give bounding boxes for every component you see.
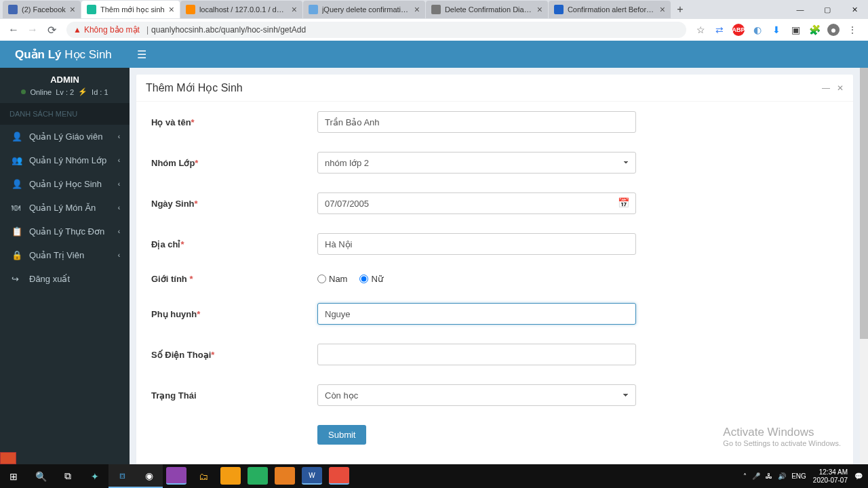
parent-input[interactable]: [317, 303, 636, 325]
tab-close-icon[interactable]: ×: [169, 4, 174, 15]
sidebar-item[interactable]: 👤 Quản Lý Giáo viên ‹: [0, 125, 130, 148]
browser-tab[interactable]: Confirmation alert Before De ×: [549, 1, 671, 18]
corner-app-icon[interactable]: [0, 452, 16, 464]
sidebar-item[interactable]: 🔒 Quản Trị Viên ‹: [0, 243, 130, 267]
menu-item-icon: ↪: [12, 274, 24, 284]
taskbar-phpstorm[interactable]: [166, 467, 186, 485]
app-brand[interactable]: Quản Lý Học Sinh: [0, 47, 130, 62]
window-maximize[interactable]: ▢: [814, 0, 841, 19]
panel-close-icon[interactable]: ✕: [837, 83, 844, 93]
menu-header: DANH SÁCH MENU: [0, 103, 130, 125]
submit-button[interactable]: Submit: [317, 425, 366, 445]
sidebar-toggle[interactable]: ☰: [130, 41, 154, 68]
extension-icons: ☆ ⇄ ABP ◐ ⬇ ▣ 🧩 ● ⋮: [690, 24, 863, 36]
tray-lang[interactable]: ENG: [791, 472, 806, 480]
panel-collapse-icon[interactable]: —: [822, 83, 830, 93]
menu-item-label: Quản Lý Học Sinh: [29, 179, 102, 189]
sidebar-item[interactable]: 👥 Quản Lý Nhóm Lớp ‹: [0, 148, 130, 172]
panel-title: Thêm Mới Học Sinh: [146, 81, 243, 94]
sidebar-item[interactable]: 👤 Quản Lý Học Sinh ‹: [0, 172, 130, 196]
browser-tab[interactable]: (2) Facebook ×: [3, 1, 81, 18]
browser-tab[interactable]: localhost / 127.0.0.1 / db_qu ×: [180, 1, 302, 18]
tray-mic-icon[interactable]: 🎤: [752, 472, 760, 480]
profile-icon[interactable]: ●: [827, 24, 840, 36]
phone-input[interactable]: [317, 344, 636, 365]
name-input[interactable]: [317, 111, 636, 133]
calendar-icon[interactable]: 📅: [618, 197, 629, 208]
taskbar-explorer[interactable]: 🗂: [190, 464, 217, 488]
tab-close-icon[interactable]: ×: [660, 4, 665, 15]
menu-icon[interactable]: ⋮: [846, 24, 859, 36]
new-tab-button[interactable]: +: [671, 1, 689, 18]
browser-tab[interactable]: Thêm mới học sinh ×: [81, 1, 180, 18]
task-view-icon[interactable]: ⧉: [54, 464, 81, 488]
tab-close-icon[interactable]: ×: [292, 4, 297, 15]
taskbar: ⊞ 🔍 ⧉ ✦ ⧈ ◉ 🗂 W ˄ 🎤 🖧 🔊 ENG 12:34 AM 202…: [0, 464, 868, 488]
window-close[interactable]: ✕: [841, 0, 868, 19]
reload-button[interactable]: ⟳: [43, 22, 60, 38]
gender-female-option[interactable]: Nữ: [359, 274, 382, 284]
browser-tab[interactable]: Delete Confirmation Dialog B ×: [426, 1, 548, 18]
browser-tab[interactable]: jQuery delete confirmation b ×: [303, 1, 425, 18]
address-bar: ← → ⟳ ▲ Không bảo mật | quanlyhocsinh.ab…: [0, 19, 868, 41]
user-status: Online Lv : 2 ⚡ Id : 1: [9, 87, 120, 96]
notification-icon[interactable]: 💬: [854, 472, 863, 480]
sidebar-item[interactable]: 📋 Quản Lý Thực Đơn ‹: [0, 220, 130, 243]
addr-label: Địa chỉ: [151, 239, 180, 249]
extensions-icon[interactable]: 🧩: [808, 24, 821, 36]
tray-network-icon[interactable]: 🖧: [766, 472, 772, 480]
star-icon[interactable]: ☆: [694, 24, 707, 36]
tab-title: Confirmation alert Before De: [568, 5, 656, 14]
status-select[interactable]: Còn học: [317, 384, 636, 406]
user-panel: ADMIN Online Lv : 2 ⚡ Id : 1: [0, 68, 130, 103]
menu-item-label: Quản Lý Giáo viên: [29, 131, 102, 142]
gender-female-radio[interactable]: [359, 274, 368, 283]
status-label: Trạng Thái: [151, 390, 197, 401]
address-field[interactable]: ▲ Không bảo mật | quanlyhocsinh.abc/quan…: [66, 22, 686, 38]
search-icon[interactable]: 🔍: [27, 464, 54, 488]
back-button[interactable]: ←: [5, 22, 22, 38]
tab-favicon: [309, 5, 318, 14]
group-select[interactable]: nhóm lớp 2: [317, 152, 636, 174]
taskbar-vscode[interactable]: ⧈: [108, 464, 136, 488]
forward-button[interactable]: →: [24, 22, 41, 38]
phone-label: Số Điện Thoại: [151, 350, 211, 360]
window-minimize[interactable]: —: [787, 0, 814, 19]
tab-favicon: [186, 5, 195, 14]
address-input[interactable]: [317, 233, 636, 255]
menu-item-label: Đăng xuất: [29, 274, 70, 284]
start-button[interactable]: ⊞: [0, 464, 27, 488]
tab-favicon: [8, 5, 18, 14]
taskbar-xampp[interactable]: [275, 467, 295, 485]
adblock-icon[interactable]: ABP: [732, 24, 745, 36]
menu-item-label: Quản Lý Món Ăn: [29, 203, 96, 213]
tab-close-icon[interactable]: ×: [537, 4, 542, 15]
ext-icon-1[interactable]: ◐: [751, 24, 764, 36]
user-name: ADMIN: [9, 75, 120, 85]
sidebar-item[interactable]: 🍽 Quản Lý Món Ăn ‹: [0, 196, 130, 220]
taskbar-recorder[interactable]: [329, 467, 349, 485]
gender-label: Giới tính: [151, 274, 189, 284]
taskbar-app-2[interactable]: [220, 467, 241, 485]
tab-close-icon[interactable]: ×: [70, 4, 75, 15]
translate-icon[interactable]: ⇄: [713, 24, 726, 36]
chevron-left-icon: ‹: [118, 157, 120, 164]
taskbar-app-3[interactable]: [248, 467, 268, 485]
sidebar-item[interactable]: ↪ Đăng xuất: [0, 267, 130, 291]
gender-male-radio[interactable]: [317, 274, 326, 283]
taskbar-clock[interactable]: 12:34 AM 2020-07-07: [813, 468, 848, 485]
scrollbar[interactable]: [860, 68, 868, 464]
taskbar-word[interactable]: W: [302, 467, 322, 485]
scrollbar-thumb[interactable]: [860, 68, 868, 339]
gender-male-option[interactable]: Nam: [317, 274, 347, 284]
taskbar-chrome[interactable]: ◉: [136, 464, 163, 488]
taskbar-app-1[interactable]: ✦: [81, 464, 108, 488]
dob-input[interactable]: [317, 192, 636, 214]
tab-title: (2) Facebook: [22, 5, 66, 14]
ext-icon-3[interactable]: ▣: [789, 24, 802, 36]
tab-close-icon[interactable]: ×: [414, 4, 420, 15]
ext-icon-2[interactable]: ⬇: [770, 24, 783, 36]
tray-up-icon[interactable]: ˄: [743, 472, 747, 480]
tray-volume-icon[interactable]: 🔊: [778, 472, 786, 480]
parent-label: Phụ huynh: [151, 309, 197, 319]
